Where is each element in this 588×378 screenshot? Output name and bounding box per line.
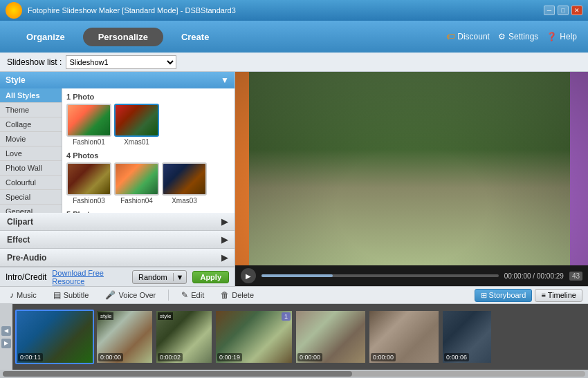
style-item-love[interactable]: Love	[0, 147, 62, 161]
sidebar-buttons: Clipart ▶ Effect ▶ Pre-Audio ▶	[0, 213, 235, 267]
apply-button[interactable]: Apply	[192, 271, 229, 283]
sb-style-badge-1: style	[98, 312, 113, 320]
storyboard-item-0[interactable]: 0:00:11	[15, 310, 94, 364]
scrollbar-track[interactable]	[3, 371, 585, 377]
style-collapse-icon[interactable]: ▼	[221, 75, 229, 85]
side-ctrl-up[interactable]: ◀	[1, 326, 11, 336]
music-icon: ♪	[10, 290, 14, 300]
download-free-resource-link[interactable]: Download Free Resource	[52, 269, 127, 285]
settings-icon: ⚙	[498, 32, 506, 41]
style-thumb-xmas03[interactable]: Xmas03	[162, 162, 207, 205]
thumb-row-4photos: Fashion03 Fashion04 Xmas03	[66, 162, 230, 205]
progress-bar[interactable]	[261, 274, 499, 277]
settings-button[interactable]: ⚙ Settings	[498, 32, 538, 41]
style-thumb-fashion04[interactable]: Fashion04	[114, 162, 159, 205]
main-area: Style ▼ All Styles Theme Collage Movie L…	[0, 72, 588, 286]
app-title: Fotophire Slideshow Maker [Standard Mode…	[28, 6, 544, 15]
left-bottom-bar: Intro/Credit Download Free Resource Rand…	[0, 267, 235, 286]
tab-personalize[interactable]: Personalize	[83, 28, 163, 46]
pre-audio-arrow-icon: ▶	[221, 253, 228, 263]
style-thumb-fashion03[interactable]: Fashion03	[66, 162, 111, 205]
tab-organize[interactable]: Organize	[11, 28, 80, 46]
storyboard-item-5[interactable]: 0:00:00	[368, 310, 440, 364]
storyboard-container: ◀ ▶ 0:00:11 style 0:00:00 style 0:00:02 …	[0, 304, 588, 370]
thumb-img-fashion01	[66, 104, 111, 137]
sb-time-3: 0:00:19	[217, 353, 242, 361]
storyboard-item-1[interactable]: style 0:00:00	[95, 310, 154, 364]
maximize-button[interactable]: □	[558, 6, 569, 15]
time-display: 00:00:00 / 00:00:29	[504, 272, 564, 280]
title-bar: Fotophire Slideshow Maker [Standard Mode…	[0, 0, 588, 21]
style-header-label: Style	[6, 75, 26, 85]
style-item-collage[interactable]: Collage	[0, 117, 62, 132]
slideshow-list-dropdown[interactable]: Slideshow1	[66, 55, 176, 69]
help-icon: ❓	[546, 32, 557, 41]
thumb-img-fashion03	[66, 162, 111, 196]
bottom-toolbar: ♪ Music ▤ Subtitle 🎤 Voice Over ✎ Edit 🗑…	[0, 286, 588, 304]
subtitle-button[interactable]: ▤ Subtitle	[49, 289, 93, 301]
thumbnail-area: 1 Photo Fashion01 Xmas01 4 Photos	[62, 88, 235, 213]
navigation-bar: Organize Personalize Create 🏷 Discount ⚙…	[0, 21, 588, 53]
navbar-right: 🏷 Discount ⚙ Settings ❓ Help	[446, 32, 577, 41]
style-header: Style ▼	[0, 72, 235, 88]
style-thumb-fashion01[interactable]: Fashion01	[66, 104, 111, 146]
timeline-icon: ≡	[541, 291, 545, 299]
voice-over-button[interactable]: 🎤 Voice Over	[101, 289, 160, 301]
storyboard-item-3[interactable]: 1 0:00:19	[214, 310, 293, 364]
storyboard-scrollbar[interactable]	[0, 370, 588, 378]
style-item-all-styles[interactable]: All Styles	[0, 88, 62, 103]
sidebar-btn-effect[interactable]: Effect ▶	[0, 231, 235, 249]
progress-fill	[261, 274, 333, 277]
sb-style-badge-2: style	[158, 312, 173, 320]
intro-credit-label: Intro/Credit	[6, 272, 46, 282]
style-thumb-xmas01[interactable]: Xmas01	[114, 104, 159, 146]
trash-icon: 🗑	[221, 290, 229, 300]
storyboard-item-2[interactable]: style 0:00:02	[155, 310, 213, 364]
storyboard-item-6[interactable]: 0:00:06	[441, 310, 493, 364]
play-button[interactable]: ▶	[241, 268, 256, 283]
preview-controls: ▶ 00:00:00 / 00:00:29 43	[235, 265, 588, 286]
storyboard-view-button[interactable]: ⊞ Storyboard	[475, 289, 533, 302]
effect-arrow-icon: ▶	[221, 235, 228, 245]
app-logo	[6, 2, 22, 19]
edit-button[interactable]: ✎ Edit	[177, 289, 208, 301]
window-controls: ─ □ ✕	[544, 6, 582, 15]
help-button[interactable]: ❓ Help	[546, 32, 577, 41]
style-item-theme[interactable]: Theme	[0, 103, 62, 117]
sidebar-btn-pre-audio[interactable]: Pre-Audio ▶	[0, 249, 235, 267]
thumb-img-xmas03	[162, 162, 207, 196]
storyboard-icon: ⊞	[481, 291, 487, 300]
sb-time-0: 0:00:11	[18, 353, 43, 361]
style-item-special[interactable]: Special	[0, 190, 62, 205]
storyboard-item-4[interactable]: 0:00:00	[295, 310, 367, 364]
thumb-label-fashion03: Fashion03	[66, 197, 111, 205]
clipart-arrow-icon: ▶	[221, 217, 228, 227]
minimize-button[interactable]: ─	[544, 6, 555, 15]
tab-create[interactable]: Create	[166, 28, 224, 46]
style-item-general[interactable]: General	[0, 205, 62, 213]
slideshow-list-label: Slideshow list :	[7, 57, 62, 67]
thumb-row-1photo: Fashion01 Xmas01	[66, 104, 230, 146]
thumb-label-xmas01: Xmas01	[114, 138, 159, 146]
style-item-photo-wall[interactable]: Photo Wall	[0, 161, 62, 176]
style-item-colourful[interactable]: Colourful	[0, 176, 62, 190]
style-item-movie[interactable]: Movie	[0, 132, 62, 147]
edit-icon: ✎	[181, 290, 188, 300]
sb-num-badge-3: 1	[282, 312, 291, 321]
scrollbar-thumb[interactable]	[3, 371, 352, 377]
close-button[interactable]: ✕	[571, 6, 582, 15]
sb-time-2: 0:00:02	[158, 353, 183, 361]
random-dropdown-arrow[interactable]: ▼	[174, 273, 187, 281]
microphone-icon: 🎤	[105, 290, 116, 300]
delete-button[interactable]: 🗑 Delete	[217, 289, 258, 301]
thumb-label-xmas03: Xmas03	[162, 197, 207, 205]
thumb-img-fashion04	[114, 162, 159, 196]
timeline-view-button[interactable]: ≡ Timeline	[535, 289, 582, 302]
preview-image	[235, 72, 588, 265]
left-content: All Styles Theme Collage Movie Love Phot…	[0, 88, 235, 213]
side-ctrl-down[interactable]: ▶	[1, 339, 11, 348]
music-button[interactable]: ♪ Music	[6, 289, 41, 301]
sidebar-btn-clipart[interactable]: Clipart ▶	[0, 213, 235, 231]
random-dropdown[interactable]: Random ▼	[132, 270, 187, 284]
discount-button[interactable]: 🏷 Discount	[446, 32, 490, 41]
